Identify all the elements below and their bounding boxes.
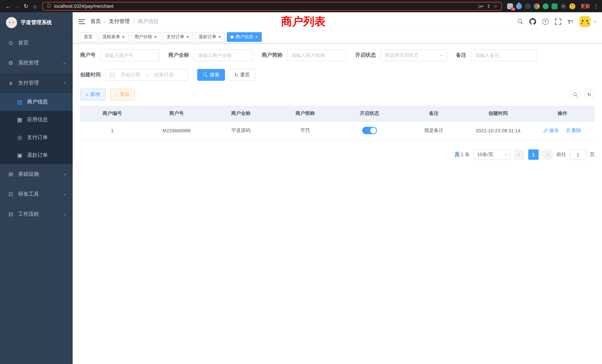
user-avatar[interactable]: [579, 16, 591, 27]
tab-label: 商户信息: [236, 34, 253, 40]
date-end-placeholder: 结束日期: [150, 72, 178, 78]
field-merchant-no: 商户号: [80, 49, 159, 61]
back-button[interactable]: ←: [4, 3, 13, 9]
bookmark-star-icon[interactable]: ☆: [493, 3, 497, 9]
col-create-time: 创建时间: [466, 106, 530, 121]
browser-chrome: ← → ↻ ⌂ ⓘ localhost:1024/pay/merchant ↥ …: [0, 0, 602, 12]
toolbar: + 新增 ↓ 导出 ↻: [80, 89, 595, 100]
home-button[interactable]: ⌂: [30, 3, 39, 9]
date-range-picker[interactable]: 开始日期 - 结束日期: [105, 69, 188, 81]
breadcrumb-item-home[interactable]: 首页: [90, 18, 101, 25]
github-icon: [529, 18, 536, 25]
export-button-label: 导出: [120, 91, 129, 98]
browser-update-button[interactable]: 更新: [580, 3, 590, 10]
browser-menu-button[interactable]: ⋮: [593, 3, 598, 10]
add-button-label: 新增: [90, 91, 100, 98]
help-button[interactable]: ?: [542, 18, 548, 25]
reset-button[interactable]: ↻ 重置: [229, 69, 255, 81]
cell-short-name: 芋艿: [273, 121, 337, 139]
table-row: 1 M233666999 芋道源码 芋艿 我是备注 2021-10-23 08:…: [80, 121, 595, 139]
tab-close-icon[interactable]: ×: [218, 34, 221, 39]
monitor-icon: ⊞: [7, 171, 14, 178]
sidebar-item-home[interactable]: ⊙ 首页: [0, 33, 73, 53]
table-refresh-button[interactable]: ↻: [584, 89, 595, 100]
tab-close-icon[interactable]: ×: [154, 34, 157, 39]
tab-user-group[interactable]: 用户分组 ×: [131, 32, 161, 42]
password-key-icon[interactable]: [478, 4, 484, 8]
breadcrumb-separator: /: [104, 19, 106, 24]
delete-link[interactable]: 删除: [566, 127, 581, 134]
url-bar[interactable]: ⓘ localhost:1024/pay/merchant ↥ ☆: [42, 2, 502, 11]
status-toggle[interactable]: [362, 127, 377, 134]
breadcrumb-item-payment[interactable]: 支付管理: [109, 18, 130, 25]
toggle-search-button[interactable]: [570, 89, 580, 100]
page-1-button[interactable]: 1: [528, 149, 539, 160]
header-search-button[interactable]: [518, 19, 523, 24]
sidebar-item-pay-order[interactable]: ◎ 支付订单: [0, 129, 73, 146]
date-separator: -: [146, 72, 148, 78]
avatar-caret-icon[interactable]: [593, 20, 597, 23]
goto-page-input[interactable]: [570, 149, 586, 160]
fullscreen-button[interactable]: [555, 18, 561, 25]
remark-label: 备注: [456, 52, 466, 59]
extension-green-circle-icon[interactable]: [543, 3, 549, 9]
page-size-select[interactable]: 10条/页: [473, 149, 510, 160]
export-button[interactable]: ↓ 导出: [110, 89, 135, 100]
prev-page-button[interactable]: [514, 149, 525, 160]
full-name-input[interactable]: [198, 53, 248, 58]
forward-button[interactable]: →: [13, 3, 22, 9]
next-page-button[interactable]: [542, 149, 553, 160]
extension-dark-icon[interactable]: [525, 3, 531, 9]
sidebar-item-payment[interactable]: ¥ 支付管理: [0, 73, 73, 93]
tab-home[interactable]: 首页: [80, 32, 96, 42]
edit-link[interactable]: 修改: [544, 127, 559, 134]
col-merchant-no: 商户号: [144, 106, 209, 121]
breadcrumb-separator: /: [133, 19, 135, 24]
site-info-icon[interactable]: ⓘ: [47, 3, 51, 9]
merchant-no-input[interactable]: [105, 53, 155, 58]
merchant-no-label: 商户号: [80, 52, 96, 59]
share-icon[interactable]: ↥: [487, 3, 490, 9]
hamburger-button[interactable]: [79, 19, 85, 24]
extension-puzzle-icon[interactable]: 10: [507, 3, 513, 9]
tab-close-icon[interactable]: ×: [255, 34, 258, 39]
tab-close-icon[interactable]: ×: [186, 34, 189, 39]
reload-button[interactable]: ↻: [22, 3, 30, 10]
short-name-input[interactable]: [291, 53, 342, 58]
tab-refund-order[interactable]: 退款订单 ×: [195, 32, 225, 42]
github-button[interactable]: [529, 18, 536, 25]
cell-merchant-id: 1: [80, 121, 144, 139]
profile-avatar-icon[interactable]: [569, 3, 575, 9]
extension-color-icon[interactable]: [534, 3, 540, 9]
sidebar-item-label: 退款订单: [27, 152, 66, 159]
tab-close-icon[interactable]: ×: [122, 34, 125, 39]
sidebar-item-refund-order[interactable]: ▣ 退款订单: [0, 146, 73, 164]
sidebar-item-workflow[interactable]: ⊟ 工作流程: [0, 204, 73, 224]
edit-icon: [544, 128, 548, 133]
status-select[interactable]: 请选择开启状态: [380, 49, 447, 61]
tab-pay-order[interactable]: 支付订单 ×: [163, 32, 193, 42]
sidebar-item-devtools[interactable]: ⊡ 研发工具: [0, 184, 73, 204]
search-icon: [573, 93, 577, 96]
extension-green-square-icon[interactable]: [552, 3, 558, 9]
cell-status: [337, 121, 402, 139]
sidebar-item-system[interactable]: ⚙ 系统管理: [0, 53, 73, 73]
extension-drop-icon[interactable]: [515, 2, 523, 10]
tab-merchant-info[interactable]: 商户信息 ×: [227, 32, 262, 42]
text-large-icon: T: [567, 18, 571, 25]
field-full-name: 商户全称: [168, 49, 253, 61]
sidebar-item-infrastructure[interactable]: ⊞ 基础设施: [0, 164, 73, 184]
tab-label: 用户分组: [134, 34, 152, 40]
sidebar-item-app-info[interactable]: ▦ 应用信息: [0, 111, 73, 129]
tab-process-form[interactable]: 流程表单 ×: [99, 32, 129, 42]
extension-pinwheel-icon[interactable]: [560, 3, 566, 9]
remark-input[interactable]: [475, 53, 533, 58]
plus-icon: +: [86, 92, 88, 97]
sidebar-item-merchant-info[interactable]: ▤ 商户信息: [0, 93, 73, 111]
search-button[interactable]: 搜索: [197, 69, 225, 81]
add-button[interactable]: + 新增: [80, 89, 106, 100]
tab-label: 流程表单: [102, 34, 120, 40]
font-size-button[interactable]: TT: [567, 18, 573, 25]
gear-icon: ⚙: [7, 60, 14, 66]
chevron-down-icon: [63, 192, 66, 195]
